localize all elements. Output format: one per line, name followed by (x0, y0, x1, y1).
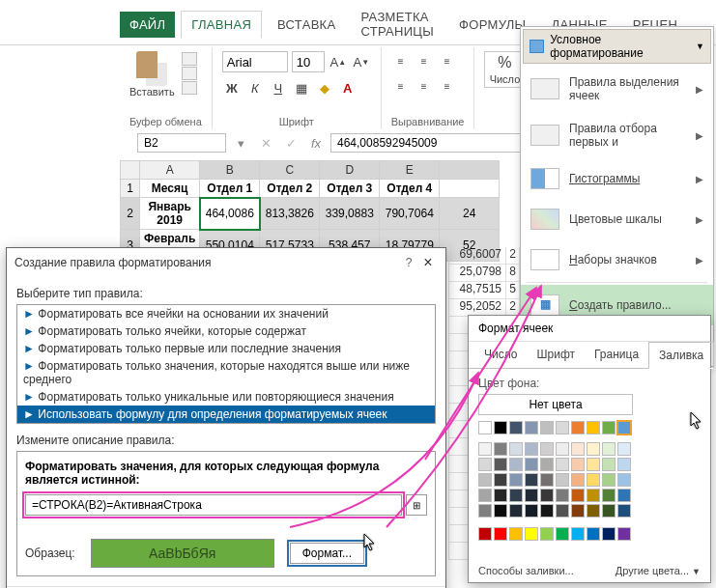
col-header-d[interactable]: D (320, 161, 380, 180)
color-swatch[interactable] (602, 473, 616, 487)
color-swatch[interactable] (617, 458, 631, 471)
cut-icon[interactable] (182, 52, 197, 66)
format-painter-icon[interactable] (182, 81, 197, 95)
color-swatch[interactable] (556, 473, 569, 487)
color-swatch[interactable] (587, 473, 600, 487)
color-swatch[interactable] (509, 489, 523, 502)
color-swatch[interactable] (617, 504, 631, 518)
color-swatch[interactable] (525, 489, 538, 502)
tab-page-layout[interactable]: РАЗМЕТКА СТРАНИЦЫ (351, 4, 444, 44)
formula-input[interactable] (25, 494, 402, 516)
cell[interactable]: Январь 2019 (140, 198, 200, 230)
color-swatch[interactable] (494, 527, 507, 541)
color-swatch[interactable] (478, 458, 492, 471)
color-swatch[interactable] (587, 504, 600, 518)
color-swatch[interactable] (478, 442, 492, 456)
align-middle-icon[interactable]: ≡ (415, 51, 434, 70)
color-swatch[interactable] (478, 504, 492, 518)
color-swatch[interactable] (571, 421, 585, 434)
copy-icon[interactable] (182, 67, 197, 80)
color-swatch[interactable] (571, 489, 585, 502)
color-swatch[interactable] (494, 473, 507, 487)
paste-icon[interactable] (136, 51, 167, 86)
color-swatch[interactable] (556, 489, 569, 502)
rule-type-list[interactable]: ► Форматировать все ячейки на основании … (16, 304, 436, 424)
cell[interactable]: Отдел 4 (380, 180, 440, 198)
color-swatch[interactable] (509, 527, 523, 541)
color-swatch[interactable] (587, 442, 600, 456)
row-header-1[interactable]: 1 (121, 180, 140, 198)
fb-enter-icon[interactable]: ✓ (280, 133, 301, 153)
color-swatch[interactable] (540, 489, 554, 502)
color-swatch[interactable] (509, 458, 523, 471)
color-swatch[interactable] (602, 442, 616, 456)
color-swatch[interactable] (525, 527, 538, 541)
color-swatch[interactable] (602, 504, 616, 518)
formula-bar-input[interactable] (330, 133, 548, 153)
tab-number[interactable]: Число (474, 342, 528, 368)
color-swatch[interactable] (602, 421, 616, 434)
rule-type-option[interactable]: ► Использовать формулу для определения ф… (17, 406, 435, 423)
fb-cancel-icon[interactable]: ✕ (255, 133, 276, 153)
col-header-cut[interactable] (440, 161, 500, 180)
color-swatch[interactable] (478, 489, 492, 502)
color-swatch[interactable] (617, 473, 631, 487)
color-swatch[interactable] (571, 473, 585, 487)
rule-type-option[interactable]: ► Форматировать только уникальные или по… (17, 388, 435, 406)
tab-border[interactable]: Граница (585, 342, 648, 368)
color-swatch[interactable] (587, 527, 600, 541)
cell[interactable]: Месяц (140, 180, 200, 198)
format-button[interactable]: Формат... (290, 543, 364, 564)
color-swatch[interactable] (556, 527, 569, 541)
fb-dropdown-icon[interactable]: ▾ (230, 133, 251, 153)
rule-type-option[interactable]: ► Форматировать только первые или послед… (17, 340, 435, 357)
color-swatch[interactable] (587, 421, 600, 434)
color-swatch[interactable] (617, 489, 631, 502)
no-color-button[interactable]: Нет цвета (478, 394, 633, 415)
rule-type-option[interactable]: ► Форматировать только ячейки, которые с… (17, 322, 435, 340)
color-swatch[interactable] (540, 442, 554, 456)
increase-font-icon[interactable]: A▲ (329, 52, 348, 71)
tab-home[interactable]: ГЛАВНАЯ (181, 11, 262, 39)
color-swatch[interactable] (540, 504, 554, 518)
decrease-font-icon[interactable]: A▼ (352, 52, 371, 71)
cf-menu-header[interactable]: Условное форматирование ▼ (523, 29, 711, 64)
cell[interactable]: Отдел 3 (320, 180, 380, 198)
color-swatch[interactable] (617, 527, 631, 541)
font-color-button[interactable]: A (338, 78, 358, 98)
color-swatch[interactable] (525, 473, 538, 487)
font-name-select[interactable]: Arial (222, 51, 288, 72)
cell-active[interactable]: 464,0086 (200, 198, 260, 230)
align-top-icon[interactable]: ≡ (391, 51, 411, 70)
color-swatch[interactable] (478, 527, 492, 541)
color-swatch[interactable] (587, 458, 600, 471)
color-swatch[interactable] (478, 421, 492, 434)
cell[interactable] (440, 180, 500, 198)
cell[interactable]: 790,7064 (380, 198, 440, 230)
cf-item-color-scales[interactable]: Цветовые шкалы▶ (521, 199, 713, 239)
color-swatch[interactable] (494, 504, 507, 518)
help-button[interactable]: ? (399, 256, 418, 269)
color-swatch[interactable] (478, 473, 492, 487)
color-swatch[interactable] (540, 458, 554, 471)
color-swatch[interactable] (509, 473, 523, 487)
color-swatch[interactable] (602, 458, 616, 471)
fill-color-button[interactable]: ◆ (315, 78, 334, 98)
tab-insert[interactable]: ВСТАВКА (268, 12, 345, 38)
col-header-c[interactable]: C (260, 161, 320, 180)
select-all-corner[interactable] (121, 161, 140, 180)
cf-item-icon-sets[interactable]: Наборы значков▶ (521, 239, 713, 280)
align-right-icon[interactable]: ≡ (438, 76, 457, 96)
color-swatch[interactable] (617, 421, 631, 434)
more-colors-link[interactable]: Другие цвета... ▼ (616, 565, 701, 576)
align-center-icon[interactable]: ≡ (415, 76, 434, 96)
col-header-e[interactable]: E (380, 161, 440, 180)
cf-item-highlight-cells[interactable]: Правила выделения ячеек▶ (521, 66, 713, 112)
color-swatch[interactable] (509, 421, 523, 434)
fill-effects-link[interactable]: Способы заливки... (478, 565, 574, 576)
color-swatch[interactable] (556, 458, 569, 471)
color-swatch[interactable] (602, 489, 616, 502)
cf-item-top-bottom[interactable]: Правила отбора первых и▶ (521, 112, 713, 158)
col-header-b[interactable]: B (200, 161, 260, 180)
cell[interactable]: 24 (440, 198, 500, 230)
